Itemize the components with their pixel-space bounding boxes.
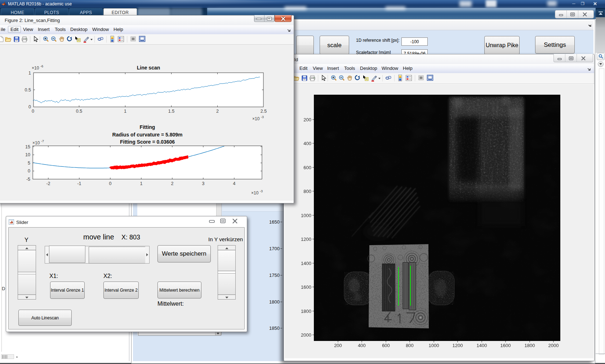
- svg-text:×10: ×10: [32, 140, 40, 145]
- svg-text:0: 0: [28, 168, 30, 174]
- svg-text:×10: ×10: [251, 190, 259, 196]
- svg-text:0.5: 0.5: [25, 87, 31, 93]
- svg-text:1600: 1600: [501, 343, 511, 348]
- svg-text:-7: -7: [41, 139, 44, 143]
- svg-text:-2: -2: [46, 181, 50, 186]
- svg-text:1800: 1800: [525, 343, 535, 348]
- svg-text:1000: 1000: [301, 213, 311, 218]
- svg-text:1400: 1400: [477, 343, 487, 348]
- svg-text:1: 1: [140, 181, 143, 186]
- svg-text:-1: -1: [77, 181, 81, 186]
- svg-text:0: 0: [109, 181, 112, 186]
- svg-text:2000: 2000: [301, 332, 311, 338]
- svg-text:2.5: 2.5: [261, 109, 267, 114]
- svg-text:3: 3: [202, 181, 205, 186]
- svg-text:1: 1: [124, 109, 126, 114]
- svg-text:1400: 1400: [301, 261, 311, 266]
- svg-text:4: 4: [233, 181, 236, 186]
- svg-text:-3: -3: [261, 115, 264, 119]
- svg-text:-6: -6: [40, 64, 43, 68]
- svg-text:5: 5: [28, 161, 30, 166]
- svg-text:800: 800: [303, 189, 311, 194]
- svg-text:×10: ×10: [252, 116, 260, 121]
- svg-text:1200: 1200: [453, 343, 463, 348]
- svg-text:-5: -5: [26, 177, 30, 182]
- svg-text:600: 600: [382, 343, 390, 348]
- svg-text:1: 1: [28, 71, 31, 76]
- svg-text:2: 2: [216, 109, 219, 114]
- svg-text:0: 0: [28, 104, 31, 109]
- svg-text:0: 0: [32, 109, 34, 114]
- svg-text:2: 2: [171, 181, 174, 186]
- svg-text:200: 200: [334, 343, 342, 348]
- svg-text:1.5: 1.5: [168, 109, 174, 114]
- svg-text:-3: -3: [260, 189, 263, 193]
- svg-text:800: 800: [406, 343, 414, 348]
- svg-text:1600: 1600: [301, 284, 311, 290]
- svg-text:2000: 2000: [548, 343, 559, 348]
- svg-text:10: 10: [25, 152, 30, 157]
- svg-text:Radius of curvature = 5.809m: Radius of curvature = 5.809m: [112, 132, 183, 138]
- svg-text:15: 15: [25, 144, 30, 149]
- svg-text:1000: 1000: [429, 343, 439, 348]
- svg-text:1800: 1800: [301, 309, 311, 314]
- svg-text:1200: 1200: [301, 237, 311, 242]
- svg-text:600: 600: [303, 165, 311, 170]
- svg-text:Line scan: Line scan: [137, 65, 160, 71]
- svg-text:Fitting Score = 0.03606: Fitting Score = 0.03606: [120, 139, 175, 145]
- svg-text:×10: ×10: [32, 66, 39, 71]
- svg-text:0.5: 0.5: [76, 109, 82, 114]
- svg-text:400: 400: [303, 141, 311, 146]
- svg-text:400: 400: [358, 343, 366, 348]
- svg-text:Fitting: Fitting: [140, 124, 155, 130]
- svg-text:200: 200: [303, 117, 311, 122]
